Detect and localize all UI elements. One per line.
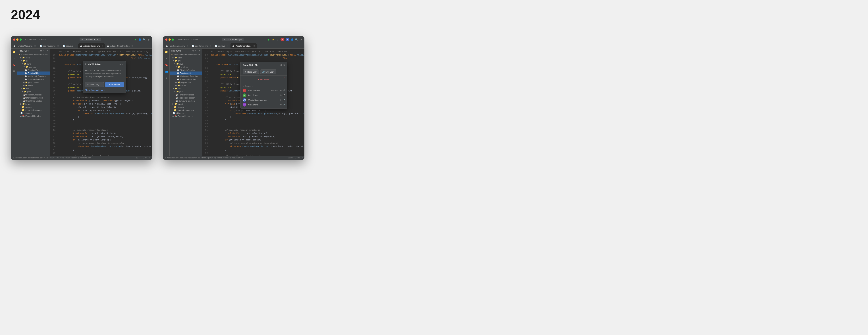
- tree-classes-right[interactable]: 📁 classes: [169, 106, 202, 109]
- tree-monitored-right[interactable]: ☕ MonitoredFunction: [169, 96, 202, 99]
- cwm-close-icon[interactable]: ✕: [122, 63, 124, 66]
- tab-add-svg-right[interactable]: 📄 add.svg ✕: [213, 44, 230, 49]
- end-session-button[interactable]: End Session: [243, 77, 285, 82]
- info-icon[interactable]: ℹ: [164, 76, 168, 80]
- tab-add-svg[interactable]: 📄 add.svg ✕: [61, 44, 78, 49]
- search-icon-title[interactable]: 🔍: [143, 38, 146, 41]
- tree-expand-icon-right[interactable]: +: [195, 50, 196, 52]
- cwm-close-icon-right[interactable]: ✕: [283, 64, 285, 66]
- git-icon-right[interactable]: ⎇: [164, 57, 168, 60]
- eye-icon-wendy[interactable]: 👁: [280, 99, 282, 101]
- tree-src-right[interactable]: ▼ 📁 src: [169, 59, 202, 62]
- close-button[interactable]: [13, 38, 15, 40]
- more-icon[interactable]: ⋯: [12, 76, 16, 80]
- mic-icon-alicia[interactable]: 🎤: [282, 104, 285, 106]
- person-icon-right[interactable]: 👤: [291, 38, 293, 41]
- fullscreen-button-right[interactable]: [172, 38, 174, 40]
- structure-icon[interactable]: ☰: [12, 70, 16, 73]
- eye-icon-anna[interactable]: 👁: [280, 89, 282, 92]
- lightning-icon[interactable]: ⚡: [272, 38, 275, 41]
- tree-analysis-right[interactable]: ▼ 📁 analysis: [169, 65, 202, 68]
- tree-ext-libs[interactable]: ▶ 📚 External Libraries: [18, 115, 50, 118]
- eye-icon-alicia[interactable]: 👁: [280, 104, 282, 106]
- read-only-button[interactable]: ▼ Read Only: [85, 82, 104, 87]
- tree-solver-right[interactable]: ▶ 📁 solver: [169, 84, 202, 87]
- tree-java-main-right[interactable]: ▼ 📁 java: [169, 62, 202, 65]
- tree-test-right[interactable]: ▼ 📁 test: [169, 87, 202, 90]
- start-session-button[interactable]: Start Session: [105, 82, 124, 87]
- tree-gitignore-right[interactable]: 📄 .gitignore: [169, 112, 202, 115]
- tab-functionutils[interactable]: ☕ FunctionUtils.java ✕: [11, 44, 37, 49]
- tree-target-right[interactable]: ▶ 📁 target: [169, 102, 202, 106]
- read-only-button-right[interactable]: ▼ Read Only: [243, 69, 259, 74]
- tree-sumsync-right[interactable]: ☕ SumSyncFunction: [169, 99, 202, 102]
- tree-target[interactable]: ▶ 📁 target: [18, 102, 50, 106]
- minimize-button[interactable]: [16, 38, 19, 40]
- settings-icon-title[interactable]: ⚙: [147, 38, 150, 41]
- mic-icon-wendy[interactable]: 🎤: [282, 99, 285, 101]
- tree-settings-icon[interactable]: ⚙: [40, 50, 42, 52]
- tree-multivariate-right[interactable]: ☕ MultivariateFunction: [169, 75, 202, 78]
- tree-bivariate-right[interactable]: ☕ BivariateFunction: [169, 68, 202, 72]
- tree-generated[interactable]: 📁 generated-sources: [18, 109, 50, 112]
- settings-icon-right[interactable]: ⚙: [299, 38, 302, 41]
- eye-icon-john[interactable]: 👁: [280, 94, 282, 96]
- run-icon-right[interactable]: ▶: [268, 38, 270, 41]
- minimize-button-right[interactable]: [168, 38, 171, 40]
- tree-classes[interactable]: 📁 classes: [18, 106, 50, 109]
- person-icon[interactable]: 👤: [138, 38, 141, 41]
- tab-add-hover-right[interactable]: 📄 add-hover.svg ✕: [190, 44, 213, 49]
- tree-analysis[interactable]: ▼ 📁 analysis: [18, 65, 50, 68]
- tab-add-hover[interactable]: 📄 add-hover.svg ✕: [38, 44, 61, 49]
- tree-sumsync[interactable]: ☕ SumSyncFunction: [18, 99, 50, 102]
- tree-settings-icon-right[interactable]: ⚙: [192, 50, 194, 52]
- more-icon-right[interactable]: ⋮: [276, 38, 279, 41]
- tab-adapter-script[interactable]: ☕ AdapterScript.java ✕: [78, 44, 105, 49]
- tree-monitored[interactable]: ☕ MonitoredFunction: [18, 96, 50, 99]
- tab-adapter-script-right[interactable]: ☕ AdapterScript.ja... ✕: [230, 44, 256, 49]
- tree-idea[interactable]: ▶ 📁 .idea: [18, 56, 50, 59]
- project-icon[interactable]: 📁: [12, 50, 16, 54]
- project-icon-right[interactable]: 📁: [164, 50, 168, 54]
- tree-collapse-icon[interactable]: −: [45, 50, 46, 52]
- tab-adapter-interface[interactable]: ☕ AdapterScriptInterfa... ✕: [105, 44, 135, 49]
- tree-java-test[interactable]: ▼ 📁 java: [18, 90, 50, 93]
- tree-polynomials-right[interactable]: ▶ 📁 polynomials: [169, 81, 202, 84]
- tree-trivariate-right[interactable]: ☕ TrivariateFunction: [169, 78, 202, 81]
- bookmark-icon-right[interactable]: 🔖: [164, 63, 168, 67]
- mic-icon-anna[interactable]: 🎤: [282, 89, 285, 92]
- tree-root-right[interactable]: ▼ AccurateMath ~/AccurateMath: [169, 53, 202, 56]
- tree-root[interactable]: ▼ AccurateMath ~/AccurateMath: [18, 53, 50, 56]
- tree-functionutils[interactable]: ☕ FunctionUtils: [18, 72, 50, 75]
- cwm-about-link[interactable]: About Code With Me >: [83, 89, 126, 93]
- tree-solver[interactable]: ▶ 📁 solver: [18, 84, 50, 87]
- collab-icon[interactable]: 👥: [164, 70, 168, 73]
- tree-close-icon-right[interactable]: ✕: [199, 50, 201, 52]
- tree-close-icon[interactable]: ✕: [47, 50, 49, 52]
- tree-gitignore[interactable]: 📄 .gitignore: [18, 112, 50, 115]
- tree-collapse-icon-right[interactable]: −: [197, 50, 198, 52]
- run-icon[interactable]: ▶: [134, 38, 137, 41]
- tree-functionutils-right[interactable]: ☕ FunctionUtils: [169, 72, 202, 75]
- tree-test[interactable]: ▼ 📁 test: [18, 87, 50, 90]
- tree-bivariate[interactable]: ☕ BivariateFunction: [18, 68, 50, 72]
- tree-polynomials[interactable]: ▶ 📁 polynomials: [18, 81, 50, 84]
- close-button-right[interactable]: [165, 38, 167, 40]
- tree-expand-icon[interactable]: +: [43, 50, 44, 52]
- bookmark-icon[interactable]: 🔖: [12, 63, 16, 67]
- link-copy-button[interactable]: 🔗 Link Copy: [260, 69, 276, 74]
- tree-multivariate[interactable]: ☕ MultivariateFunction: [18, 75, 50, 78]
- tree-java-main[interactable]: ▼ 📁 java: [18, 62, 50, 65]
- tree-functest-right[interactable]: ☕ FunctionUtilsTest: [169, 93, 202, 96]
- tree-idea-right[interactable]: ▶ 📁 .idea: [169, 56, 202, 59]
- tree-trivariate[interactable]: ☕ TrivariateFunction: [18, 78, 50, 81]
- tree-ext-libs-right[interactable]: ▶ 📚 External Libraries: [169, 115, 202, 118]
- tree-java-test-right[interactable]: ▼ 📁 java: [169, 90, 202, 93]
- tree-functionutils-test[interactable]: ☕ FunctionUtilsTest: [18, 93, 50, 96]
- tree-src[interactable]: ▼ 📁 src: [18, 59, 50, 62]
- git-icon[interactable]: ⎇: [12, 57, 16, 60]
- tree-generated-right[interactable]: 📁 generated-sources: [169, 109, 202, 112]
- cwm-settings-icon[interactable]: ⚙: [119, 63, 121, 66]
- mic-icon-john[interactable]: 🎤: [282, 94, 285, 96]
- cwm-settings-icon-right[interactable]: ⚙: [280, 64, 282, 66]
